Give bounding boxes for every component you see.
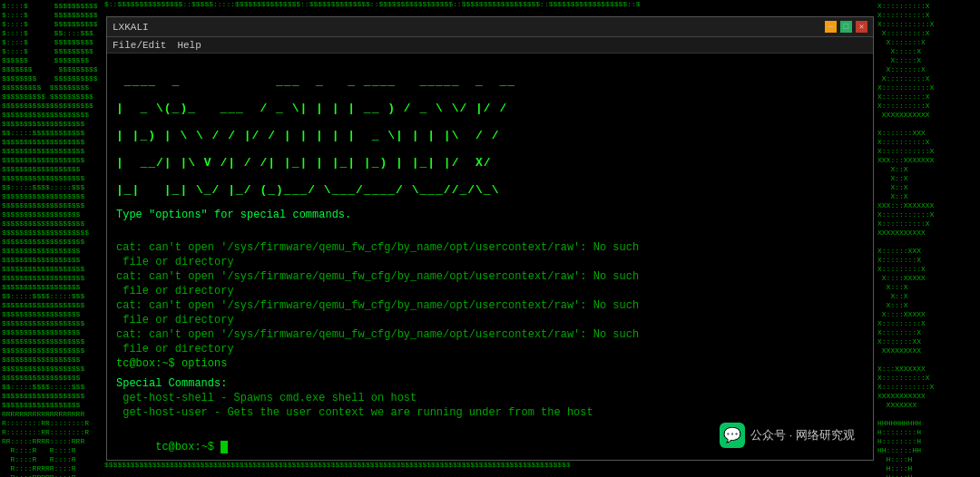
options-prompt-line: Type "options" for special commands.: [116, 208, 864, 222]
matrix-top-text: $::$$$$$$$$$$$$$$$::$$$$$:::::$$$$$$$$$$…: [104, 0, 876, 8]
terminal-window: LXKALI ─ □ ✕ File/Edit Help ____ _ ___ _…: [106, 16, 874, 461]
menu-help[interactable]: Help: [177, 40, 201, 51]
cursor: [220, 441, 228, 453]
error-line-2: cat: can't open '/sys/firmware/qemu_fw_c…: [116, 269, 864, 284]
error-line-1b: file or directory: [116, 255, 864, 269]
special-commands-header: Special Commands:: [116, 376, 864, 391]
error-line-3: cat: can't open '/sys/firmware/qemu_fw_c…: [116, 298, 864, 313]
special-cmd-1: get-host-shell - Spawns cmd.exe shell on…: [116, 391, 864, 405]
error-line-3b: file or directory: [116, 313, 864, 327]
window-title: LXKALI: [113, 22, 149, 33]
menu-file-edit[interactable]: File/Edit: [113, 40, 166, 51]
watermark: 💬 公众号 · 网络研究观: [712, 419, 862, 452]
titlebar: LXKALI ─ □ ✕: [107, 17, 873, 37]
matrix-right-panel: X::::::::::XX::::::::::XX:::::::::::X X:…: [876, 0, 980, 477]
matrix-bottom-panel: $$$$$$$$$$$$$$$$$$$$$$$$$$$$$$$$$$$$$$$$…: [104, 461, 876, 477]
menubar: File/Edit Help: [107, 37, 873, 54]
prompt-text: tc@box:~$: [155, 441, 220, 453]
maximize-button[interactable]: □: [840, 21, 852, 33]
error-line-4b: file or directory: [116, 342, 864, 356]
close-button[interactable]: ✕: [856, 21, 867, 33]
error-line-2b: file or directory: [116, 284, 864, 298]
minimize-button[interactable]: ─: [825, 21, 837, 33]
matrix-left-panel: $::::$ $$$$$$$$$$$::::$ $$$$$$$$$$$::::$…: [0, 0, 104, 477]
matrix-top-panel: $::$$$$$$$$$$$$$$$::$$$$$:::::$$$$$$$$$$…: [104, 0, 876, 16]
matrix-right-text: X::::::::::XX::::::::::XX:::::::::::X X:…: [876, 0, 980, 477]
error-line-4: cat: can't open '/sys/firmware/qemu_fw_c…: [116, 327, 864, 342]
window-controls: ─ □ ✕: [825, 21, 867, 33]
command-line: tc@box:~$ options: [116, 356, 864, 371]
matrix-left-text: $::::$ $$$$$$$$$$$::::$ $$$$$$$$$$$::::$…: [0, 0, 104, 477]
error-line-1: cat: can't open '/sys/firmware/qemu_fw_c…: [116, 240, 864, 255]
terminal-body[interactable]: ____ _ ___ _ _ ____ _____ _ __ | _ \(_)_…: [107, 54, 873, 460]
ascii-logo: ____ _ ___ _ _ ____ _____ _ __ | _ \(_)_…: [116, 61, 864, 197]
watermark-text: 公众号 · 网络研究观: [750, 427, 855, 443]
watermark-icon: 💬: [720, 423, 745, 448]
matrix-bottom-text: $$$$$$$$$$$$$$$$$$$$$$$$$$$$$$$$$$$$$$$$…: [104, 461, 876, 469]
special-cmd-2: get-host-user - Gets the user context we…: [116, 405, 864, 420]
